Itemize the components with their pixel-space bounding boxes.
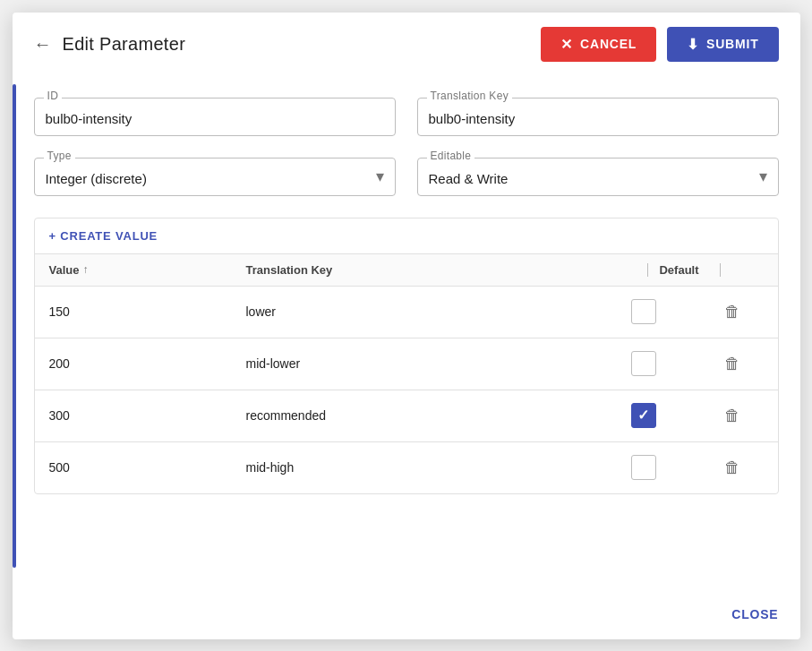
submit-button[interactable]: ⬇ SUBMIT (667, 27, 778, 62)
id-label: ID (44, 90, 63, 102)
form-row-type: Type Integer (discrete) ▾ Editable Read … (34, 158, 779, 196)
cell-translation-key: mid-high (246, 448, 631, 487)
cell-default (631, 338, 721, 389)
translation-key-label: Translation Key (427, 90, 512, 102)
close-button[interactable]: CLOSE (731, 604, 778, 625)
table-body: 150 lower 🗑 200 mid-lower 🗑 300 (35, 287, 778, 493)
header-left: ← Edit Parameter (34, 34, 186, 55)
cell-actions: 🗑 (721, 442, 764, 493)
cell-default: ✓ (631, 390, 721, 441)
back-arrow-icon[interactable]: ← (34, 34, 52, 55)
default-checkbox[interactable] (631, 455, 656, 480)
page-title: Edit Parameter (63, 34, 186, 55)
id-input[interactable] (46, 106, 384, 128)
cell-default (631, 287, 721, 337)
default-checkbox[interactable] (631, 299, 656, 324)
left-accent (13, 84, 16, 568)
table-row: 300 recommended ✓ 🗑 (35, 390, 778, 442)
cell-value: 150 (49, 292, 246, 331)
delete-button[interactable]: 🗑 (721, 455, 744, 481)
table-row: 150 lower 🗑 (35, 287, 778, 338)
default-checkbox[interactable] (631, 351, 656, 376)
translation-key-field: Translation Key (417, 98, 779, 136)
cancel-icon: ✕ (560, 36, 573, 53)
editable-select[interactable]: Read & Write (429, 166, 767, 188)
th-default: Default (631, 263, 721, 277)
sort-icon: ↑ (82, 263, 88, 276)
table-row: 500 mid-high 🗑 (35, 442, 778, 493)
type-select[interactable]: Integer (discrete) (46, 166, 384, 188)
header-actions: ✕ CANCEL ⬇ SUBMIT (541, 27, 778, 62)
cell-actions: 🗑 (721, 287, 764, 338)
delete-button[interactable]: 🗑 (721, 403, 744, 429)
dialog-body: ID Translation Key Type Integer (discret… (13, 76, 800, 593)
check-icon: ✓ (637, 408, 649, 423)
cell-translation-key: recommended (246, 396, 631, 435)
edit-parameter-dialog: ← Edit Parameter ✕ CANCEL ⬇ SUBMIT ID Tr… (13, 13, 800, 639)
type-field: Type Integer (discrete) ▾ (34, 158, 396, 196)
cell-actions: 🗑 (721, 390, 764, 441)
delete-button[interactable]: 🗑 (721, 351, 744, 377)
submit-icon: ⬇ (687, 36, 699, 53)
cell-translation-key: lower (246, 292, 631, 331)
cell-translation-key: mid-lower (246, 344, 631, 383)
type-label: Type (44, 150, 75, 162)
th-divider (647, 263, 648, 277)
dialog-header: ← Edit Parameter ✕ CANCEL ⬇ SUBMIT (13, 13, 800, 76)
create-value-button[interactable]: + CREATE VALUE (49, 229, 158, 243)
editable-field: Editable Read & Write ▾ (417, 158, 779, 196)
translation-key-input[interactable] (429, 106, 767, 128)
cell-actions: 🗑 (721, 338, 764, 390)
cell-value: 200 (49, 344, 246, 383)
default-checkbox[interactable]: ✓ (631, 403, 656, 428)
cell-default (631, 442, 721, 493)
th-translation-key: Translation Key (246, 263, 631, 277)
cell-value: 500 (49, 448, 246, 487)
table-row: 200 mid-lower 🗑 (35, 338, 778, 390)
id-field: ID (34, 98, 396, 136)
th-value: Value ↑ (49, 263, 246, 277)
values-section: + CREATE VALUE Value ↑ Translation Key D… (34, 218, 779, 494)
table-header: Value ↑ Translation Key Default (35, 254, 778, 287)
cancel-button[interactable]: ✕ CANCEL (541, 27, 656, 62)
delete-button[interactable]: 🗑 (721, 299, 744, 325)
cell-value: 300 (49, 396, 246, 435)
create-value-bar: + CREATE VALUE (35, 218, 778, 254)
form-row-id: ID Translation Key (34, 98, 779, 136)
th-actions (721, 263, 764, 277)
dialog-footer: CLOSE (13, 593, 800, 639)
editable-label: Editable (427, 150, 475, 162)
